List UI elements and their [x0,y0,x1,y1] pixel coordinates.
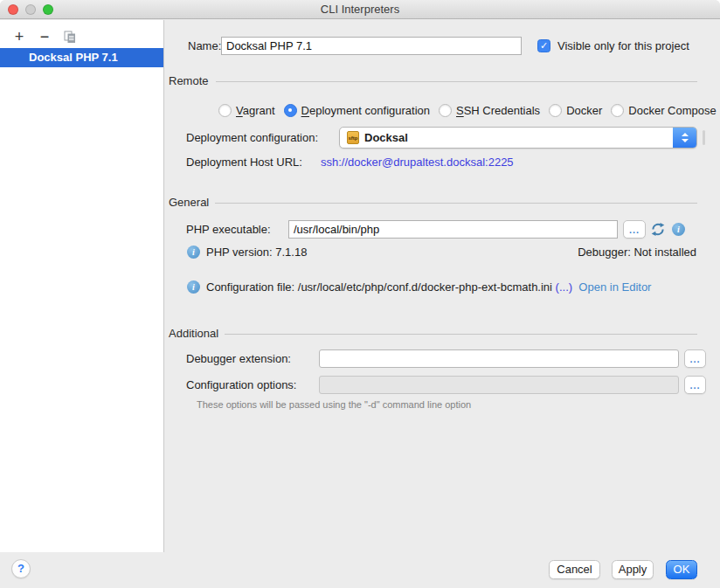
php-exec-info-icon: i [672,223,685,236]
titlebar: CLI Interpreters [0,0,720,19]
remote-type-radio-group: Vagrant Deployment configuration SSH Cre… [218,101,720,119]
list-toolbar: + − [10,28,80,45]
minimize-button [25,4,36,15]
copy-interpreter-button[interactable] [60,28,80,45]
debugger-extension-browse-button[interactable]: ... [684,349,706,368]
cancel-button[interactable]: Cancel [549,560,600,579]
php-version-row: i PHP version: 7.1.18 [187,246,307,259]
add-interpreter-button[interactable]: + [10,28,29,45]
remove-interpreter-button[interactable]: − [35,28,54,45]
chevron-up-icon [682,133,689,136]
sync-icon [650,222,666,237]
additional-section-divider [225,334,697,335]
close-button[interactable] [8,4,18,15]
apply-button[interactable]: Apply [612,560,654,579]
zoom-button[interactable] [43,4,53,15]
cli-interpreters-dialog: CLI Interpreters + − [0,0,720,588]
configuration-file-row: i Configuration file: /usr/local/etc/php… [187,280,651,294]
configuration-file-more-link[interactable]: (...) [556,280,573,294]
selected-deployment: Docksal [364,131,408,144]
dropdown-stepper [673,128,696,148]
radio-circle [439,104,452,117]
radio-ssh-credentials[interactable]: SSH Credentials [439,104,540,117]
info-icon: i [187,280,200,294]
help-button[interactable]: ? [11,559,31,578]
reload-phpinfo-button[interactable] [650,222,666,237]
configuration-options-input [319,376,679,394]
radio-deployment-configuration[interactable]: Deployment configuration [284,104,430,117]
dropdown-trailing-divider [703,130,705,145]
visible-project-label[interactable]: Visible only for this project [557,37,689,55]
radio-circle [611,104,624,117]
radio-docker-compose[interactable]: Docker Compose [611,104,716,117]
info-icon: i [187,246,200,259]
configuration-options-browse-button[interactable]: ... [684,376,706,394]
copy-icon [63,30,77,44]
general-section-header: General [169,196,209,210]
deployment-configuration-select[interactable]: sftp Docksal [339,127,697,149]
name-label: Name: [188,37,221,55]
debugger-extension-label: Debugger extension: [186,349,291,368]
radio-vagrant[interactable]: Vagrant [218,104,275,117]
radio-circle-selected [284,104,297,117]
configuration-options-hint: These options will be passed using the "… [197,399,471,410]
visible-project-checkbox[interactable]: ✓ [537,39,550,52]
php-executable-label: PHP executable: [186,220,271,239]
general-section-divider [215,203,697,204]
php-executable-input[interactable] [288,220,618,239]
interpreter-list-panel: + − Docksal PHP 7.1 [0,20,164,552]
debugger-extension-input[interactable] [319,349,679,368]
deployment-host-url-label: Deployment Host URL: [186,155,302,170]
debugger-status: Debugger: Not installed [578,246,696,259]
remote-section-header: Remote [169,74,209,88]
remote-section-divider [216,81,697,82]
sidebar-item-docksal-php[interactable]: Docksal PHP 7.1 [0,48,163,67]
radio-circle [218,104,232,117]
additional-section-header: Additional [169,327,218,341]
open-in-editor-link[interactable]: Open in Editor [578,280,651,294]
radio-circle [549,104,562,117]
traffic-lights [8,4,53,15]
radio-docker[interactable]: Docker [549,104,602,117]
chevron-down-icon [682,139,689,142]
interpreter-name: Docksal PHP 7.1 [29,51,118,64]
deployment-host-url-link[interactable]: ssh://docker@drupaltest.docksal:2225 [321,155,514,170]
deployment-configuration-label: Deployment configuration: [186,128,318,147]
configuration-options-label: Configuration options: [186,376,296,394]
sftp-server-icon: sftp [347,131,359,144]
php-version-text: PHP version: 7.1.18 [206,246,307,259]
ok-button[interactable]: OK [666,560,697,579]
window-title: CLI Interpreters [0,0,720,18]
name-input[interactable] [221,37,522,55]
php-executable-browse-button[interactable]: ... [623,220,646,239]
configuration-file-text: Configuration file: /usr/local/etc/php/c… [206,280,552,294]
